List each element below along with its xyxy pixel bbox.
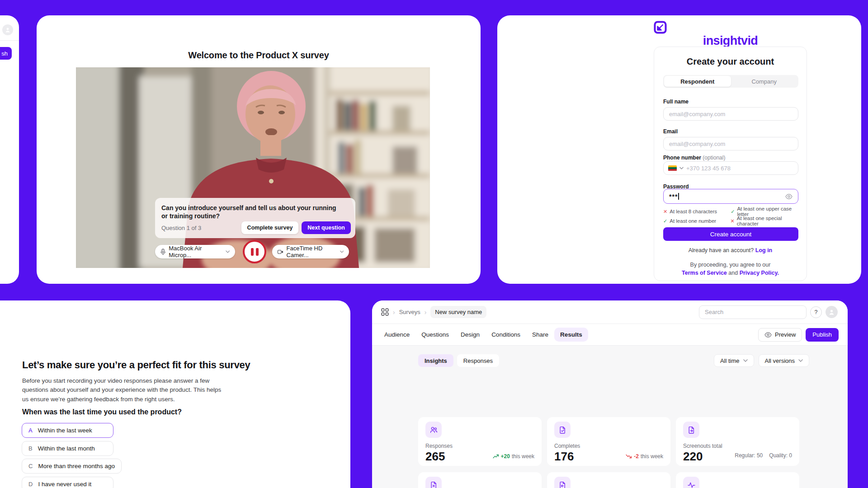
pause-recording-button[interactable]	[243, 240, 266, 263]
breadcrumb: › Surveys › New survey name	[381, 306, 486, 318]
email-input[interactable]	[663, 137, 798, 150]
camera-select[interactable]: FaceTime HD Camer...	[272, 245, 349, 258]
option-letter: C	[28, 463, 33, 469]
phone-input[interactable]: +370 123 45 678	[663, 161, 798, 175]
screener-heading: Let’s make sure you’re a perfect fit for…	[22, 359, 250, 371]
option-d[interactable]: D I have never used it	[22, 477, 113, 488]
screener-question: When was the last time you used the prod…	[22, 408, 182, 416]
edge-cut-panel: sh	[0, 15, 19, 284]
toggle-insights[interactable]: Insights	[418, 354, 453, 367]
apps-grid-icon[interactable]	[381, 308, 389, 316]
pause-icon	[251, 248, 254, 256]
help-button[interactable]: ?	[810, 306, 822, 318]
stat-label: Responses	[425, 443, 534, 449]
camera-icon	[278, 249, 283, 254]
phone-optional-hint: (optional)	[703, 155, 725, 161]
user-icon	[828, 309, 835, 315]
option-label: More than three months ago	[38, 463, 115, 469]
camera-label: FaceTime HD Camer...	[287, 245, 337, 258]
chevron-down-icon	[798, 359, 803, 362]
account-type-switch: Respondent Company	[663, 75, 798, 88]
option-b[interactable]: B Within the last month	[22, 441, 113, 456]
check-icon: ✓	[663, 218, 667, 224]
create-account-button[interactable]: Create account	[663, 227, 798, 241]
show-password-icon[interactable]	[785, 194, 793, 199]
stat-card-responses: Responses 265 +20this week	[418, 417, 542, 466]
tab-results[interactable]: Results	[554, 328, 588, 342]
file-check-icon	[559, 426, 566, 434]
stat-card-completes: Completes 176 -2this week	[547, 417, 670, 466]
option-a[interactable]: A Within the last week	[22, 423, 113, 438]
validation-special: ✕At least one special character	[731, 216, 803, 226]
tab-company[interactable]: Company	[731, 76, 798, 87]
file-x-icon	[430, 481, 438, 488]
time-filter-dropdown[interactable]: All time	[714, 354, 754, 367]
breadcrumb-current[interactable]: New survey name	[430, 306, 486, 318]
chevron-down-icon	[679, 167, 684, 169]
question-progress: Question 1 of 3	[161, 225, 241, 231]
form-heading: Create your account	[654, 56, 807, 67]
chevron-right-icon: ›	[393, 309, 395, 316]
password-input[interactable]: ***	[663, 189, 798, 204]
avatar[interactable]	[826, 306, 838, 318]
terms-of-service-link[interactable]: Terms of Service	[682, 270, 727, 276]
phone-placeholder: +370 123 45 678	[686, 165, 731, 172]
search-input[interactable]	[699, 305, 807, 319]
question-overlay: Can you introduce yourself and tell us a…	[155, 198, 355, 238]
divider	[0, 40, 19, 41]
insights-panel: Insights Responses All time All versions…	[372, 346, 848, 488]
password-value: ***	[669, 193, 678, 200]
survey-title: Welcome to the Product X survey	[37, 50, 481, 61]
tab-questions[interactable]: Questions	[415, 328, 455, 342]
signup-card: insightvid Create your account Responden…	[497, 15, 861, 284]
log-in-link[interactable]: Log in	[755, 247, 773, 253]
stat-card-dropouts: Dropouts 176 +5this week	[547, 472, 670, 488]
user-icon	[5, 27, 11, 33]
phone-label: Phone number (optional)	[663, 155, 725, 161]
chevron-down-icon	[226, 250, 230, 253]
publish-button-partial[interactable]: sh	[0, 47, 12, 60]
cross-icon: ✕	[731, 218, 735, 224]
chevron-right-icon: ›	[425, 309, 427, 316]
option-c[interactable]: C More than three months ago	[22, 459, 122, 474]
tab-design[interactable]: Design	[455, 328, 486, 342]
stat-card-incidence-rate: Incidence rate 78% +2%this week	[676, 472, 799, 488]
survey-recorder-card: Welcome to the Product X survey	[37, 15, 481, 284]
chevron-down-icon	[340, 250, 344, 253]
option-letter: B	[28, 445, 33, 452]
privacy-policy-link[interactable]: Privacy Policy.	[740, 270, 779, 276]
avatar[interactable]	[2, 24, 13, 35]
logo-mark-icon	[654, 21, 667, 34]
question-text: Can you introduce yourself and tell us a…	[161, 204, 342, 220]
publish-button[interactable]: Publish	[806, 328, 839, 342]
stat-label: Screenouts total	[683, 443, 792, 449]
check-icon: ✓	[731, 209, 735, 215]
toggle-responses[interactable]: Responses	[457, 354, 499, 367]
breadcrumb-surveys[interactable]: Surveys	[399, 309, 420, 315]
version-filter-dropdown[interactable]: All versions	[759, 354, 809, 367]
tab-audience[interactable]: Audience	[378, 328, 415, 342]
screener-description: Before you start recording your video re…	[22, 376, 228, 404]
eye-icon	[764, 332, 772, 338]
microphone-select[interactable]: MacBook Air Microp...	[155, 245, 235, 258]
people-icon	[430, 426, 438, 434]
brand-logo: insightvid	[654, 21, 807, 48]
chevron-down-icon	[743, 359, 748, 362]
tab-conditions[interactable]: Conditions	[486, 328, 526, 342]
complete-survey-button[interactable]: Complete survey	[241, 221, 299, 234]
microphone-icon	[160, 249, 165, 255]
results-dashboard: › Surveys › New survey name ? Audience Q…	[372, 300, 848, 488]
pause-icon	[256, 248, 259, 256]
tab-share[interactable]: Share	[526, 328, 554, 342]
country-flag-icon	[668, 165, 677, 171]
view-toggle: Insights Responses	[418, 354, 499, 367]
next-question-button[interactable]: Next question	[302, 221, 351, 234]
trend-down-icon	[626, 454, 632, 459]
login-row: Already have an account? Log in	[654, 247, 807, 253]
full-name-input[interactable]	[663, 107, 798, 121]
option-label: Within the last week	[38, 427, 92, 434]
file-arrow-in-icon	[559, 481, 566, 488]
preview-button[interactable]: Preview	[758, 328, 802, 342]
pulse-icon	[688, 481, 695, 488]
tab-respondent[interactable]: Respondent	[664, 76, 731, 87]
